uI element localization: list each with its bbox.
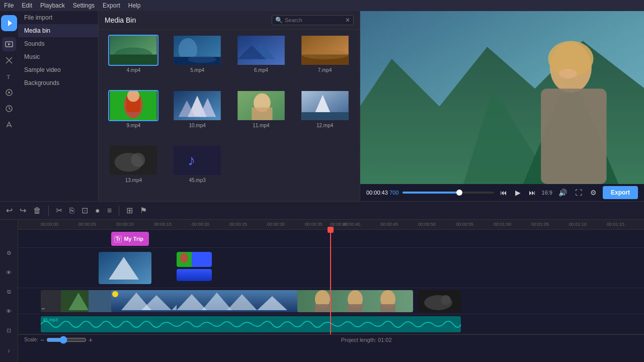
svg-text:♪: ♪ bbox=[188, 152, 195, 169]
main-clip-1[interactable]: ✂ bbox=[41, 290, 114, 312]
ruler-mark-15: 00:01:15 bbox=[607, 222, 624, 227]
track-eye-2-icon[interactable]: 👁 bbox=[4, 306, 14, 316]
align-button[interactable]: ≡ bbox=[105, 205, 114, 216]
panel-sample-video[interactable]: Sample video bbox=[18, 63, 98, 76]
menu-edit[interactable]: Edit bbox=[22, 2, 32, 9]
overlay-clip-mountain[interactable] bbox=[99, 252, 151, 284]
redo-button[interactable]: ↪ bbox=[18, 205, 28, 216]
track-eye-1-icon[interactable]: 👁 bbox=[4, 267, 14, 278]
media-item-11mp4[interactable]: 11.mp4 bbox=[231, 90, 291, 141]
scale-slider[interactable] bbox=[46, 336, 87, 344]
track-main-icon[interactable]: ⊡ bbox=[4, 326, 14, 336]
media-item-12mp4[interactable]: 12.mp4 bbox=[295, 90, 355, 141]
prev-button[interactable]: ⏮ bbox=[498, 188, 509, 198]
menu-help[interactable]: Help bbox=[128, 2, 141, 9]
svg-rect-78 bbox=[41, 316, 461, 332]
menu-export[interactable]: Export bbox=[103, 2, 120, 9]
track-adjust-icon[interactable]: ⚙ bbox=[4, 248, 14, 258]
svg-rect-32 bbox=[252, 107, 272, 120]
main-clip-4[interactable] bbox=[297, 290, 413, 312]
export-button[interactable]: Export bbox=[603, 186, 638, 199]
main-clip-5[interactable] bbox=[418, 290, 461, 312]
ruler-mark-1: 00:00:05 bbox=[78, 222, 96, 227]
overlay-clip-blue[interactable] bbox=[177, 269, 212, 281]
panel-media-bin[interactable]: Media bin bbox=[18, 24, 98, 37]
scale-minus[interactable]: − bbox=[40, 336, 44, 344]
search-input[interactable] bbox=[285, 17, 345, 23]
playhead[interactable] bbox=[330, 230, 331, 334]
nav-effects-icon[interactable] bbox=[2, 118, 16, 132]
svg-point-52 bbox=[180, 253, 188, 263]
overlay-clip-greenblue[interactable] bbox=[177, 252, 212, 267]
menu-playback[interactable]: Playback bbox=[40, 2, 65, 9]
svg-rect-39 bbox=[174, 146, 221, 175]
media-item-4mp4[interactable]: 4.mp4 bbox=[104, 35, 164, 86]
volume-button[interactable]: 🔊 bbox=[556, 188, 569, 198]
motion-button[interactable]: ● bbox=[93, 205, 102, 216]
left-panel: File import Media bin Sounds Music Sampl… bbox=[18, 11, 99, 201]
transition-button[interactable]: ⊞ bbox=[124, 205, 135, 216]
media-grid: 4.mp4 5.mp4 bbox=[99, 30, 360, 201]
fullscreen-button[interactable]: ⛶ bbox=[573, 188, 584, 198]
settings-button[interactable]: ⚙ bbox=[588, 188, 599, 198]
menu-file[interactable]: File bbox=[4, 2, 14, 9]
svg-point-77 bbox=[441, 295, 451, 305]
media-bin-title: Media Bin bbox=[105, 16, 136, 24]
media-item-7mp4-label: 7.mp4 bbox=[318, 67, 332, 73]
main-video-track: ✂ ★ bbox=[18, 288, 644, 314]
media-item-13mp4[interactable]: 13.mp4 bbox=[104, 145, 164, 196]
scale-plus[interactable]: + bbox=[89, 336, 93, 344]
nav-text-icon[interactable]: T bbox=[2, 69, 16, 83]
ruler-mark-4: 00:00:20 bbox=[192, 222, 209, 227]
project-length-label: Project length: 01:02 bbox=[341, 337, 392, 343]
media-item-9mp4[interactable]: 9.mp4 bbox=[104, 90, 164, 141]
media-bin-header: Media Bin 🔍 ✕ bbox=[99, 11, 360, 30]
nav-media-icon[interactable] bbox=[2, 37, 16, 51]
play-button[interactable]: ▶ bbox=[513, 188, 523, 198]
nav-filter-icon[interactable] bbox=[2, 85, 16, 100]
media-item-5mp4[interactable]: 5.mp4 bbox=[168, 35, 227, 86]
copy-button[interactable]: ⎘ bbox=[67, 205, 76, 216]
media-item-10mp4-label: 10.mp4 bbox=[189, 123, 205, 128]
main-clip-3[interactable] bbox=[177, 290, 302, 312]
nav-clock-icon[interactable] bbox=[2, 102, 16, 116]
undo-button[interactable]: ↩ bbox=[4, 205, 15, 216]
media-item-7mp4[interactable]: 7.mp4 bbox=[295, 35, 355, 86]
video-preview bbox=[360, 11, 644, 184]
flag-button[interactable]: ⚑ bbox=[138, 205, 149, 216]
audio-clip[interactable]: // Inline waveform drawn as SVG rects 45… bbox=[41, 316, 461, 332]
media-item-5mp4-label: 5.mp4 bbox=[190, 67, 204, 73]
media-item-45mp3[interactable]: ♪ 45.mp3 bbox=[168, 145, 227, 196]
trim-button[interactable]: ⊡ bbox=[79, 205, 90, 216]
panel-music[interactable]: Music bbox=[18, 50, 98, 63]
media-bin-panel: Media Bin 🔍 ✕ 4.mp4 bbox=[99, 11, 360, 201]
timeline-area: ↩ ↪ 🗑 ✂ ⎘ ⊡ ● ≡ ⊞ ⚑ ⚙ 👁 ⧉ 👁 ⊡ ♪ 00:00:00… bbox=[0, 201, 644, 362]
media-item-10mp4[interactable]: 10.mp4 bbox=[168, 90, 227, 141]
svg-point-21 bbox=[301, 50, 349, 59]
nav-cut-icon[interactable] bbox=[2, 53, 16, 67]
progress-bar[interactable] bbox=[403, 192, 494, 194]
timeline-content: 00:00:00 00:00:05 00:00:10 00:00:15 00:0… bbox=[18, 220, 644, 362]
scale-control: Scale: − + Project length: 01:02 bbox=[18, 334, 644, 344]
progress-fill bbox=[403, 192, 459, 194]
ruler-mark-5: 00:00:25 bbox=[229, 222, 247, 227]
cut-button[interactable]: ✂ bbox=[54, 205, 64, 216]
playhead-handle[interactable] bbox=[328, 227, 334, 233]
panel-sounds[interactable]: Sounds bbox=[18, 37, 98, 50]
track-layer-icon[interactable]: ⧉ bbox=[4, 287, 14, 297]
delete-button[interactable]: 🗑 bbox=[31, 205, 43, 216]
next-button[interactable]: ⏭ bbox=[527, 188, 538, 198]
svg-marker-0 bbox=[8, 20, 12, 26]
media-item-45mp3-label: 45.mp3 bbox=[189, 177, 205, 183]
media-item-6mp4[interactable]: 6.mp4 bbox=[231, 35, 291, 86]
text-clip-mytrip[interactable]: Tr My Trip bbox=[111, 232, 149, 246]
panel-backgrounds[interactable]: Backgrounds bbox=[18, 76, 98, 89]
search-box: 🔍 ✕ bbox=[272, 15, 354, 25]
panel-file-import[interactable]: File import bbox=[18, 11, 98, 24]
media-item-11mp4-label: 11.mp4 bbox=[253, 123, 269, 128]
menu-settings[interactable]: Settings bbox=[73, 2, 95, 9]
search-close-icon[interactable]: ✕ bbox=[345, 17, 350, 24]
svg-line-8 bbox=[9, 109, 11, 110]
track-audio-icon[interactable]: ♪ bbox=[4, 345, 14, 355]
time-current: 00:00:43 700 bbox=[366, 190, 398, 196]
